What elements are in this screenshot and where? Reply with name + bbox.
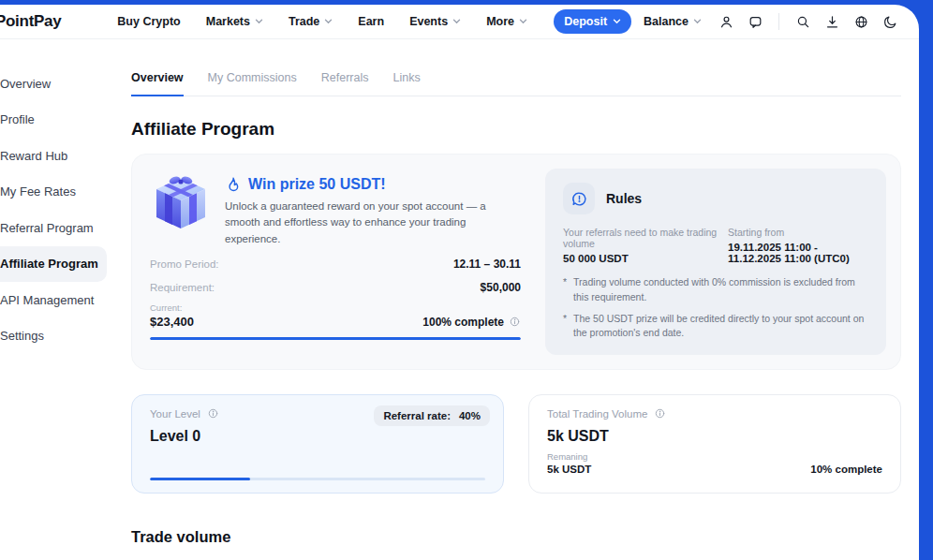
promo-current-value: $23,400	[150, 315, 194, 329]
promo-current-row: Current: $23,400 100% complete	[150, 302, 521, 329]
sidebar-item-reward-hub[interactable]: Reward Hub	[0, 138, 107, 174]
main-nav: Buy Crypto Markets Trade Earn Events Mor…	[117, 15, 527, 28]
dark-mode-moon-icon[interactable]	[881, 13, 898, 30]
flame-icon	[225, 176, 242, 193]
promo-period-label: Promo Period:	[150, 258, 219, 270]
info-icon[interactable]	[509, 316, 521, 328]
rules-dates-label: Starting from	[728, 227, 868, 238]
chevron-down-icon	[324, 19, 333, 24]
rules-volume-label: Your referrals need to make trading volu…	[563, 227, 728, 249]
download-icon[interactable]	[823, 13, 840, 30]
sidebar-item-profile[interactable]: Profile	[0, 102, 107, 139]
navbar-divider	[778, 13, 779, 30]
tab-links[interactable]: Links	[392, 71, 420, 96]
rules-title: Rules	[606, 191, 642, 206]
gift-box-image	[150, 170, 212, 232]
sidebar: Overview Profile Reward Hub My Fee Rates…	[0, 39, 131, 560]
main-content: Overview My Commissions Referrals Links …	[131, 39, 919, 560]
promo-title: Win prize 50 USDT!	[248, 176, 386, 193]
level-progress-bar	[150, 478, 485, 481]
chevron-down-icon	[693, 19, 702, 24]
promo-progress-fill	[150, 337, 521, 341]
sidebar-item-my-fee-rates[interactable]: My Fee Rates	[0, 174, 107, 211]
volume-value: 5k USDT	[547, 428, 882, 445]
promo-card: Win prize 50 USDT! Unlock a guaranteed r…	[131, 154, 901, 370]
tab-overview[interactable]: Overview	[131, 71, 184, 96]
rules-bullet: *The 50 USDT prize will be credited dire…	[563, 312, 868, 342]
your-level-card: Your Level Referral rate: 40% Level 0	[131, 394, 504, 494]
sidebar-item-settings[interactable]: Settings	[0, 318, 107, 355]
promo-requirement-label: Requirement:	[150, 282, 215, 293]
your-level-label: Your Level	[150, 408, 200, 420]
promo-left: Win prize 50 USDT! Unlock a guaranteed r…	[146, 169, 523, 355]
volume-complete: 10% complete	[810, 464, 882, 475]
sidebar-item-referral-program[interactable]: Referral Program	[0, 210, 107, 246]
promo-text: Win prize 50 USDT! Unlock a guaranteed r…	[225, 170, 521, 247]
nav-earn[interactable]: Earn	[358, 15, 384, 28]
nav-more[interactable]: More	[486, 15, 527, 28]
tab-referrals[interactable]: Referrals	[321, 71, 369, 96]
chevron-down-icon	[519, 19, 527, 24]
rules-card: Rules Your referrals need to make tradin…	[545, 169, 886, 355]
balance-dropdown[interactable]: Balance	[644, 15, 702, 28]
language-globe-icon[interactable]	[852, 13, 869, 30]
nav-markets[interactable]: Markets	[206, 15, 263, 28]
chat-icon[interactable]	[747, 13, 763, 30]
rules-dates-col: Starting from 19.11.2025 11:00 - 11.12.2…	[728, 227, 868, 264]
navbar-actions: Deposit Balance	[554, 9, 898, 34]
search-icon[interactable]	[794, 13, 811, 30]
chevron-down-icon	[255, 19, 263, 24]
promo-complete: 100% complete	[422, 316, 521, 329]
promo-current-label: Current:	[150, 302, 194, 313]
profile-icon[interactable]	[718, 13, 734, 30]
chevron-down-icon	[613, 19, 621, 24]
nav-events[interactable]: Events	[409, 15, 461, 28]
level-value: Level 0	[150, 428, 485, 445]
rules-alert-bubble-icon	[563, 183, 595, 214]
top-navbar: PointPay Buy Crypto Markets Trade Earn E…	[0, 5, 919, 39]
app-window: PointPay Buy Crypto Markets Trade Earn E…	[0, 5, 919, 560]
rules-dates-value: 19.11.2025 11:00 - 11.12.2025 11:00 (UTC…	[728, 242, 868, 264]
referral-rate-badge: Referral rate: 40%	[374, 405, 490, 426]
rules-volume-col: Your referrals need to make trading volu…	[563, 227, 728, 264]
sidebar-item-overview[interactable]: Overview	[0, 66, 107, 102]
trade-volume-heading: Trade volume	[131, 528, 901, 546]
nav-trade[interactable]: Trade	[289, 15, 333, 28]
info-icon[interactable]	[207, 407, 219, 420]
remaining-value: 5k USDT	[547, 464, 591, 475]
remaining-label: Remaning	[547, 451, 882, 462]
rules-volume-value: 50 000 USDT	[563, 253, 728, 264]
rules-bullet: *Trading volume conducted with 0% commis…	[563, 275, 868, 305]
chevron-down-icon	[452, 19, 461, 24]
promo-description: Unlock a guaranteed reward on your spot …	[225, 199, 521, 247]
promo-period-value: 12.11 – 30.11	[453, 258, 521, 271]
deposit-button[interactable]: Deposit	[554, 9, 631, 34]
total-trading-volume-card: Total Trading Volume 5k USDT Remaning 5k…	[528, 394, 901, 494]
rules-bullets: *Trading volume conducted with 0% commis…	[563, 275, 868, 341]
sidebar-item-affiliate-program[interactable]: Affiliate Program	[0, 246, 107, 283]
nav-buy-crypto[interactable]: Buy Crypto	[117, 15, 180, 28]
promo-period-row: Promo Period: 12.11 – 30.11	[150, 258, 521, 271]
promo-requirement-value: $50,000	[481, 281, 521, 294]
info-icon[interactable]	[654, 407, 666, 420]
total-trading-volume-label: Total Trading Volume	[547, 408, 647, 420]
tab-bar: Overview My Commissions Referrals Links	[131, 71, 901, 96]
page-title: Affiliate Program	[131, 119, 901, 140]
level-progress-fill	[150, 478, 250, 481]
promo-progress-bar	[150, 337, 521, 341]
sidebar-item-api-management[interactable]: API Management	[0, 282, 107, 318]
promo-requirement-row: Requirement: $50,000	[150, 281, 521, 294]
pointpay-logo[interactable]: PointPay	[0, 12, 61, 31]
tab-my-commissions[interactable]: My Commissions	[208, 71, 297, 96]
